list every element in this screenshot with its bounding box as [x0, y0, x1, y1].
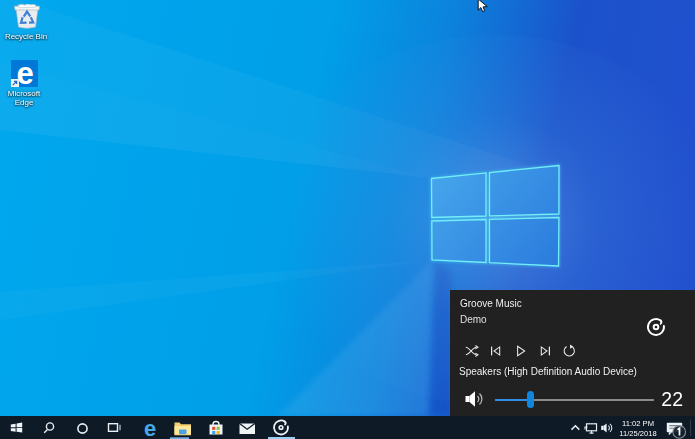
svg-text:e: e: [144, 416, 156, 439]
